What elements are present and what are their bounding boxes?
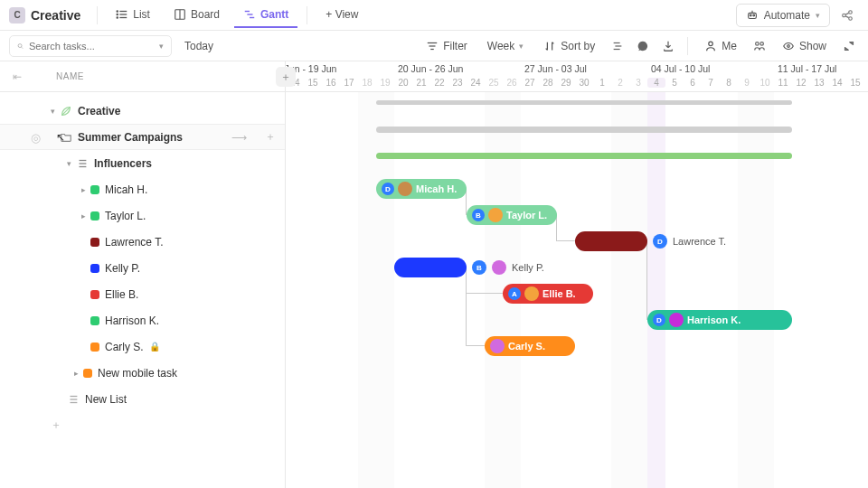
share-button[interactable] (835, 4, 859, 27)
day-cell[interactable]: 12 (792, 78, 810, 88)
day-cell[interactable]: 10 (756, 78, 774, 88)
status-swatch (90, 343, 99, 352)
day-cell[interactable]: 29 (557, 78, 575, 88)
tree-task[interactable]: ▸Micah H. (0, 176, 285, 202)
group-bar[interactable] (376, 127, 792, 133)
sort-label: Sort by (561, 40, 595, 52)
day-cell[interactable]: 9 (738, 78, 756, 88)
tree-folder[interactable]: ◎ ↖ Summer Campaigns ⟶ ＋ (0, 124, 285, 150)
export-icon[interactable] (658, 36, 678, 56)
day-cell[interactable]: 18 (358, 78, 376, 88)
tree-space[interactable]: ▾ Creative (0, 98, 285, 124)
day-cell[interactable]: 16 (322, 78, 340, 88)
fullscreen-icon[interactable] (839, 36, 859, 56)
zoom-select[interactable]: Week ▾ (480, 36, 531, 56)
summary-bar[interactable] (376, 100, 792, 105)
day-cell[interactable]: 21 (412, 78, 430, 88)
show-button[interactable]: Show (775, 36, 834, 56)
day-cell[interactable]: 8 (720, 78, 738, 88)
tab-board[interactable]: Board (165, 3, 229, 28)
avatar (488, 208, 503, 222)
tab-gantt-label: Gantt (260, 8, 288, 21)
search-input-wrap[interactable]: ▾ (9, 35, 172, 57)
user-icon (704, 40, 717, 52)
tree-task[interactable]: Lawrence T. (0, 229, 285, 255)
today-button[interactable]: Today (177, 36, 221, 56)
status-swatch (90, 290, 99, 299)
add-view-label: + View (326, 8, 358, 21)
tree-task[interactable]: Carly S.🔒 (0, 333, 285, 360)
svg-point-12 (750, 14, 751, 16)
day-cell[interactable]: 15 (304, 78, 322, 88)
add-item[interactable]: ＋ (0, 412, 285, 438)
gantt-bar[interactable] (394, 258, 467, 277)
tree-new-list-label: New List (85, 393, 127, 406)
tab-gantt[interactable]: Gantt (234, 3, 297, 28)
add-task-icon[interactable]: ＋ (265, 129, 276, 145)
tree-mobile-task[interactable]: ▸ New mobile task (0, 360, 285, 386)
day-cell[interactable]: 13 (810, 78, 828, 88)
tab-list[interactable]: List (107, 3, 159, 28)
target-icon[interactable]: ◎ (31, 131, 41, 145)
collapse-sidebar-icon[interactable]: ⇤ (13, 70, 22, 83)
gantt-bar[interactable]: DHarrison K. (647, 310, 792, 330)
reschedule-icon[interactable] (608, 36, 627, 56)
chevron-down-icon[interactable]: ▾ (159, 42, 164, 51)
time-tracking-icon[interactable] (633, 36, 653, 56)
day-cell[interactable]: 1 (593, 78, 611, 88)
day-cell[interactable]: 4 (647, 78, 665, 88)
day-cell[interactable]: 14 (828, 78, 846, 88)
tree-task[interactable]: ▸Taylor L. (0, 202, 285, 229)
day-cell[interactable]: 30 (575, 78, 593, 88)
day-cell[interactable]: 27 (521, 78, 539, 88)
svg-point-16 (849, 10, 853, 14)
day-cell[interactable]: 15 (846, 78, 864, 88)
day-cell[interactable]: 26 (503, 78, 521, 88)
gantt-bar[interactable]: BTaylor L. (467, 205, 557, 225)
day-cell[interactable]: 19 (376, 78, 394, 88)
day-cell[interactable]: 17 (340, 78, 358, 88)
workspace-badge[interactable]: C (9, 7, 25, 23)
svg-point-20 (18, 43, 22, 47)
day-cell[interactable]: 6 (684, 78, 702, 88)
day-cell[interactable]: 28 (539, 78, 557, 88)
sort-button[interactable]: Sort by (536, 36, 602, 56)
status-swatch (90, 185, 99, 194)
day-cell[interactable]: 22 (430, 78, 448, 88)
day-cell[interactable]: 25 (485, 78, 503, 88)
day-cell[interactable]: 20 (394, 78, 412, 88)
add-view[interactable]: + View (316, 3, 367, 28)
add-column-button[interactable]: ＋ (276, 67, 296, 87)
day-cell[interactable]: 11 (774, 78, 792, 88)
group-bar[interactable] (376, 153, 792, 159)
avatar (398, 182, 412, 196)
tree-list[interactable]: ▾ Influencers (0, 150, 285, 176)
week-label: 11 Jul - 17 Jul (778, 63, 836, 74)
filter-icon (426, 40, 439, 52)
search-input[interactable] (29, 41, 154, 52)
me-toggle[interactable]: Me (697, 36, 744, 56)
svg-point-15 (843, 14, 846, 17)
tree-task[interactable]: Kelly P. (0, 255, 285, 281)
day-cell[interactable]: 3 (629, 78, 647, 88)
tree-task-label: New mobile task (98, 367, 177, 380)
day-cell[interactable]: 24 (467, 78, 485, 88)
day-cell[interactable]: 23 (448, 78, 467, 88)
gantt-bar[interactable]: DMicah H. (376, 179, 467, 199)
day-cell[interactable]: 2 (611, 78, 629, 88)
day-cell[interactable]: 5 (665, 78, 684, 88)
day-cell[interactable]: 7 (702, 78, 720, 88)
open-folder-icon[interactable]: ⟶ (231, 131, 247, 144)
filter-button[interactable]: Filter (419, 36, 475, 56)
eye-icon (782, 40, 795, 52)
me-label: Me (722, 40, 737, 52)
tree-task[interactable]: Harrison K. (0, 307, 285, 333)
gantt-bar[interactable]: AEllie B. (503, 284, 593, 304)
automate-button[interactable]: Automate ▾ (736, 4, 830, 27)
gantt-bar[interactable]: Carly S. (485, 336, 575, 356)
tree-new-list[interactable]: New List (0, 386, 285, 412)
gantt-bar[interactable] (575, 231, 647, 251)
assignees-icon[interactable] (750, 36, 769, 56)
tree-task[interactable]: Ellie B. (0, 281, 285, 307)
week-label: 04 Jul - 10 Jul (651, 63, 710, 74)
